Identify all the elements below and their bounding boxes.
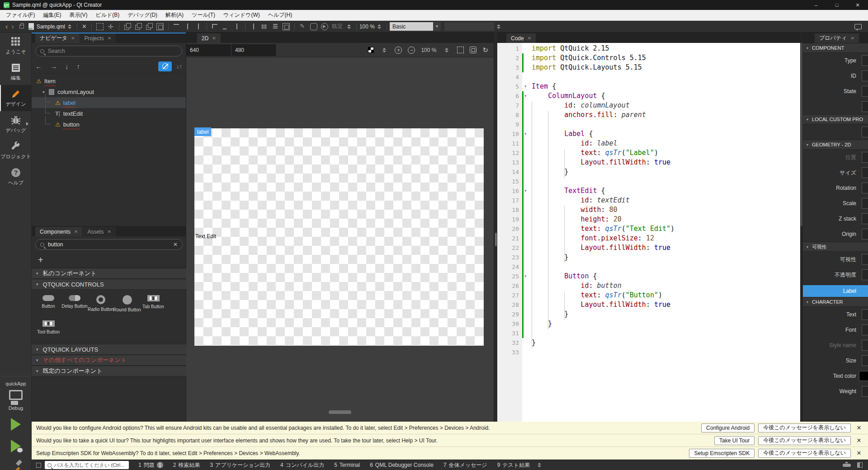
- toggle-invisible-button[interactable]: [158, 61, 172, 71]
- fit-selection-icon[interactable]: [96, 23, 104, 30]
- forward-icon[interactable]: ›: [9, 23, 15, 31]
- code-line[interactable]: anchors.fill: parent: [532, 110, 646, 120]
- debug-run-icon[interactable]: [11, 440, 21, 452]
- sidebar-toggle-icon[interactable]: [857, 462, 863, 468]
- close-tab-icon[interactable]: ✕: [850, 36, 854, 41]
- paste-shape-icon[interactable]: [135, 23, 142, 30]
- component-radio-button[interactable]: Radio Button: [88, 292, 114, 318]
- navigator-search-input[interactable]: Search: [35, 46, 182, 56]
- mode-item-projects-wrench[interactable]: プロジェクト: [0, 137, 32, 164]
- close-tab-icon[interactable]: ✕: [107, 229, 111, 234]
- property-input[interactable]: [862, 269, 868, 280]
- tree-item-textEdit[interactable]: T|textEdit: [32, 108, 186, 119]
- kit-select-spinner[interactable]: [497, 24, 500, 29]
- tree-item-Item[interactable]: ⚠Item: [32, 75, 186, 86]
- design-canvas[interactable]: Text Edit: [194, 128, 484, 346]
- close-tab-icon[interactable]: ✕: [71, 36, 75, 41]
- document-spinner[interactable]: [68, 24, 71, 29]
- code-editor[interactable]: 1234567891011121314151617181920212223242…: [497, 43, 800, 422]
- selection-label-chip[interactable]: label: [194, 127, 211, 136]
- state-spinner[interactable]: [347, 24, 351, 29]
- component-section-header[interactable]: ▾既定のコンポーネント: [32, 366, 186, 376]
- code-line[interactable]: Item {: [532, 82, 556, 91]
- menu-item[interactable]: デバッグ(D): [123, 10, 161, 20]
- build-hammer-icon[interactable]: [10, 461, 22, 470]
- color-swatch[interactable]: [859, 371, 868, 381]
- component-round-button[interactable]: Round Button: [114, 292, 140, 318]
- back-icon[interactable]: ‹: [4, 23, 9, 31]
- code-line[interactable]: }: [532, 319, 552, 329]
- code-line[interactable]: text: qsTr("Button"): [532, 291, 662, 300]
- anchor-bottom-icon[interactable]: [222, 23, 230, 30]
- clear-search-icon[interactable]: ✕: [173, 241, 178, 248]
- console-toggle-icon[interactable]: [843, 464, 851, 467]
- edit-shape-icon[interactable]: [299, 23, 307, 30]
- output-pane-7[interactable]: 7全体メッセージ: [439, 460, 492, 470]
- canvas-textedit-item[interactable]: Text Edit: [195, 233, 216, 240]
- anchor-corner-icon[interactable]: [212, 23, 219, 30]
- output-pane-4[interactable]: 4コンパイル出力: [275, 460, 329, 470]
- background-checker-icon[interactable]: [368, 47, 374, 53]
- round-rect-icon[interactable]: [310, 23, 317, 30]
- property-input[interactable]: [862, 127, 868, 137]
- output-pane-spinner[interactable]: [538, 463, 541, 467]
- tree-item-label[interactable]: ⚠label: [32, 97, 186, 108]
- close-tab-icon[interactable]: ✕: [74, 229, 78, 234]
- output-pane-5[interactable]: 5Terminal: [329, 460, 365, 470]
- kit-select[interactable]: [444, 22, 494, 31]
- close-tab-icon[interactable]: ✕: [108, 36, 111, 41]
- code-line[interactable]: Label {: [532, 129, 593, 139]
- canvas-vscrollbar[interactable]: [494, 33, 497, 422]
- menu-item[interactable]: ウィンドウ(W): [219, 10, 264, 20]
- close-notification-icon[interactable]: ✕: [854, 424, 863, 431]
- component-tab-button[interactable]: Tab Button: [140, 292, 166, 318]
- code-line[interactable]: text: qsTr("Text Edit"): [532, 224, 675, 234]
- code-line[interactable]: Button {: [532, 272, 597, 281]
- property-input[interactable]: [862, 340, 868, 351]
- menu-item[interactable]: ファイル(F): [2, 10, 39, 20]
- duplicate-shape-icon[interactable]: [146, 23, 153, 30]
- output-pane-1[interactable]: 1問題1: [133, 460, 168, 470]
- code-line[interactable]: id: label: [532, 139, 618, 148]
- tab-assets[interactable]: Assets✕: [83, 227, 115, 236]
- components-search-input[interactable]: button ✕: [35, 239, 183, 250]
- property-input[interactable]: [862, 324, 868, 335]
- code-line[interactable]: Layout.fillWidth: true: [532, 243, 670, 253]
- frame-icon[interactable]: [156, 23, 164, 30]
- code-line[interactable]: id: textEdit: [532, 196, 630, 205]
- property-input[interactable]: [862, 55, 868, 66]
- code-line[interactable]: text: qsTr("Label"): [532, 148, 658, 158]
- code-line[interactable]: import QtQuick.Layouts 5.15: [532, 63, 642, 72]
- close-notification-icon[interactable]: ✕: [854, 450, 863, 456]
- fit-canvas-icon[interactable]: [470, 47, 476, 53]
- anchor-right-icon[interactable]: [233, 23, 241, 30]
- maximize-button[interactable]: □: [826, 0, 847, 10]
- snap-bar-icon[interactable]: [250, 23, 257, 30]
- property-input[interactable]: [862, 198, 868, 209]
- open-document-name[interactable]: Sample.qml: [37, 24, 65, 30]
- mode-item-edit-document[interactable]: 編集: [0, 59, 32, 85]
- property-section-geometry-2d[interactable]: ▾GEOMETRY - 2D: [803, 140, 868, 150]
- grid-icon[interactable]: [283, 23, 290, 30]
- minimize-button[interactable]: –: [806, 0, 826, 10]
- zoom-value[interactable]: 100 %: [359, 24, 375, 30]
- locator-input[interactable]: パスを入力してください (Ctrl...: [45, 461, 129, 469]
- property-input[interactable]: [862, 101, 868, 112]
- message-icon[interactable]: [854, 24, 862, 29]
- code-line[interactable]: Layout.fillWidth: true: [532, 158, 670, 167]
- columns-icon[interactable]: [261, 23, 268, 30]
- align-top-icon[interactable]: [173, 23, 180, 30]
- fold-marker-icon[interactable]: ▾: [524, 186, 527, 196]
- run-icon[interactable]: [11, 418, 21, 431]
- property-input[interactable]: [862, 152, 868, 163]
- tab-ナビゲータ[interactable]: ナビゲータ✕: [35, 33, 80, 43]
- close-document-icon[interactable]: ✕: [80, 23, 89, 30]
- state-selector[interactable]: 既定: [332, 23, 343, 30]
- component-section-header[interactable]: ▾QTQUICK CONTROLS: [32, 279, 186, 290]
- dismiss-forever-button[interactable]: 今後このメッセージを表示しない: [758, 436, 851, 445]
- component-section-header[interactable]: ▾その他すべてのコンポーネント: [32, 355, 186, 366]
- mode-item-design-pencil[interactable]: デザイン: [0, 85, 32, 111]
- menu-item[interactable]: 解析(A): [161, 10, 188, 20]
- target-monitor-icon[interactable]: [9, 390, 23, 400]
- code-line[interactable]: ColumnLayout {: [532, 91, 605, 101]
